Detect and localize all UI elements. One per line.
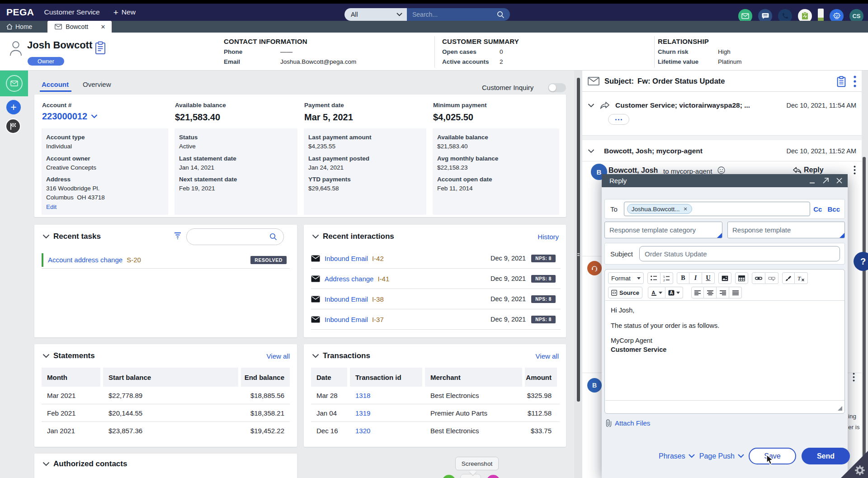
thread-item-1[interactable]: Customer Service; victorairwayspa28; ...…	[582, 96, 868, 114]
edit-address-link[interactable]: Edit	[46, 204, 57, 210]
kebab-menu-icon[interactable]	[854, 76, 856, 87]
copy-formatting-button[interactable]	[782, 272, 795, 284]
collapse-chevron-icon[interactable]	[42, 354, 50, 358]
copy-clipboard-icon[interactable]	[95, 41, 106, 55]
interaction-link[interactable]: Address change	[325, 275, 373, 283]
search-scope-select[interactable]: All	[344, 8, 407, 21]
customer-inquiry-toggle[interactable]	[548, 83, 566, 92]
attach-files-button[interactable]: Attach Files	[605, 419, 650, 427]
response-template-category-select[interactable]: Response template category	[604, 222, 722, 238]
recipient-chip[interactable]: Joshua.Bowcott... ✕	[627, 204, 692, 214]
table-cell: Dec 16	[311, 422, 347, 439]
table-cell: $19,452.22	[241, 422, 290, 439]
column-header: Date	[311, 368, 347, 387]
chevron-down-icon[interactable]	[588, 149, 594, 153]
to-input[interactable]: Joshua.Bowcott... ✕	[624, 202, 810, 216]
field-value: Feb 19, 2021	[179, 184, 292, 193]
bcc-button[interactable]: Bcc	[827, 205, 840, 213]
transactions-title: Transactions	[323, 351, 370, 360]
bold-button[interactable]: B	[677, 272, 689, 284]
chip-remove-icon[interactable]: ✕	[683, 206, 687, 212]
interaction-link[interactable]: Inbound Email	[325, 316, 368, 323]
nps-badge: NPS: 8	[531, 255, 556, 262]
numbered-list-button[interactable]: 12	[660, 272, 673, 284]
kebab-menu-icon[interactable]	[854, 166, 856, 175]
resize-handle-icon[interactable]	[838, 406, 842, 411]
panel-scrollbar-thumb[interactable]	[863, 157, 866, 458]
align-left-button[interactable]	[691, 287, 704, 298]
response-template-select[interactable]: Response template	[727, 222, 845, 238]
interaction-link[interactable]: Inbound Email	[325, 255, 368, 262]
rail-active-email-channel[interactable]	[0, 71, 28, 96]
dialog-subject-input[interactable]: Order Status Update	[639, 246, 840, 261]
bulleted-list-button[interactable]	[647, 272, 660, 284]
page-push-dropdown[interactable]: Page Push	[699, 452, 744, 460]
remove-link-button[interactable]	[765, 272, 778, 284]
panel-splitter-handle[interactable]	[577, 78, 580, 402]
rail-flag-button[interactable]	[5, 118, 21, 134]
tab-close-icon[interactable]: ✕	[100, 24, 105, 30]
copy-clipboard-icon[interactable]	[837, 76, 846, 87]
table-cell: $18,358.21	[241, 404, 290, 421]
transaction-link[interactable]: 1320	[355, 427, 370, 435]
minimize-icon[interactable]	[809, 178, 815, 184]
expand-icon[interactable]	[823, 178, 829, 184]
phrases-label: Phrases	[659, 452, 685, 460]
table-cell: 1318	[350, 387, 422, 404]
svg-text:1: 1	[663, 275, 665, 278]
field-value: 316 Woodbridge Pl.	[46, 184, 163, 193]
interaction-link[interactable]: Inbound Email	[325, 295, 368, 303]
underline-button[interactable]: U	[702, 272, 715, 284]
insert-link-button[interactable]	[752, 272, 765, 284]
expand-quoted-text-button[interactable]	[608, 114, 629, 125]
tab-bowcott[interactable]: Bowcott ✕	[47, 21, 112, 33]
collapse-chevron-icon[interactable]	[312, 354, 319, 358]
collapse-chevron-icon[interactable]	[312, 234, 319, 239]
history-link[interactable]: History	[538, 233, 559, 241]
chevron-down-icon[interactable]	[91, 114, 98, 118]
transaction-link[interactable]: 1319	[355, 409, 370, 417]
new-button[interactable]: + New	[113, 8, 136, 17]
insert-table-button[interactable]	[735, 272, 748, 284]
kebab-menu-icon[interactable]	[853, 373, 855, 382]
table-row: Jan 04 1319 Premier Auto Parts $112.58	[311, 404, 560, 422]
source-button[interactable]: Source	[608, 287, 642, 298]
account-number-link[interactable]: 223000012	[42, 111, 87, 122]
rail-add-button[interactable]: +	[6, 100, 21, 114]
collapse-chevron-icon[interactable]	[42, 462, 50, 466]
email-body-editor[interactable]: Hi Josh, The status of your order is as …	[605, 300, 844, 401]
thread-item-2[interactable]: Bowcott, Josh; mycorp-agent Dec 10, 2021…	[582, 142, 868, 160]
send-button[interactable]: Send	[802, 448, 850, 464]
remove-format-button[interactable]: T	[795, 272, 808, 284]
format-dropdown[interactable]: Format	[608, 272, 644, 284]
reply-action[interactable]: Reply	[793, 166, 824, 174]
reply-dialog-header[interactable]: Reply	[602, 174, 848, 187]
transactions-view-all-link[interactable]: View all	[536, 352, 559, 360]
collapse-chevron-icon[interactable]	[42, 234, 50, 239]
tab-home[interactable]: Home	[0, 21, 39, 33]
transaction-link[interactable]: 1318	[355, 392, 370, 399]
search-input[interactable]: Search...	[407, 8, 510, 21]
interaction-date: Dec 9, 2021	[491, 255, 526, 262]
chevron-down-icon[interactable]	[588, 104, 594, 108]
tasks-search-input[interactable]	[186, 228, 284, 245]
filter-icon[interactable]	[174, 232, 182, 239]
align-right-button[interactable]	[717, 287, 729, 298]
cc-button[interactable]: Cc	[813, 205, 822, 213]
contact-info-heading: CONTACT INFORMATION	[224, 38, 356, 45]
column-header: Start balance	[103, 368, 238, 387]
close-icon[interactable]	[836, 178, 842, 184]
justify-button[interactable]	[729, 287, 742, 298]
insert-image-button[interactable]	[718, 272, 731, 284]
italic-button[interactable]: I	[689, 272, 702, 284]
tab-account[interactable]: Account	[42, 80, 69, 88]
task-link[interactable]: Account address change	[48, 256, 123, 264]
to-label: To	[610, 205, 618, 213]
phrases-dropdown[interactable]: Phrases	[659, 452, 695, 460]
tab-overview[interactable]: Overview	[83, 80, 111, 88]
statements-view-all-link[interactable]: View all	[267, 352, 290, 360]
align-center-button[interactable]	[704, 287, 717, 298]
text-color-button[interactable]: A	[648, 287, 665, 298]
background-color-button[interactable]: A	[665, 287, 683, 298]
chevron-down-icon	[689, 454, 695, 458]
